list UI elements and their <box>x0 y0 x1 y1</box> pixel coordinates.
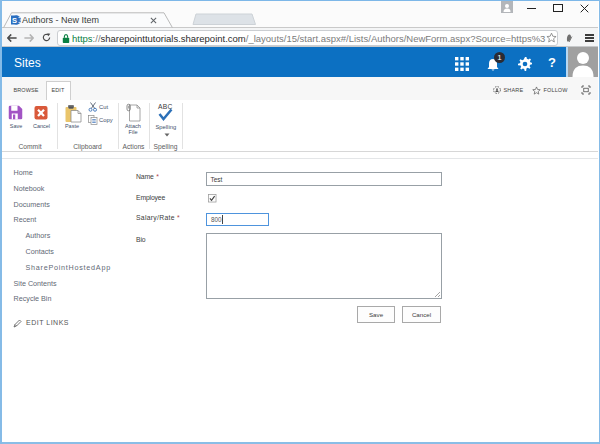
svg-text:S: S <box>12 16 17 25</box>
